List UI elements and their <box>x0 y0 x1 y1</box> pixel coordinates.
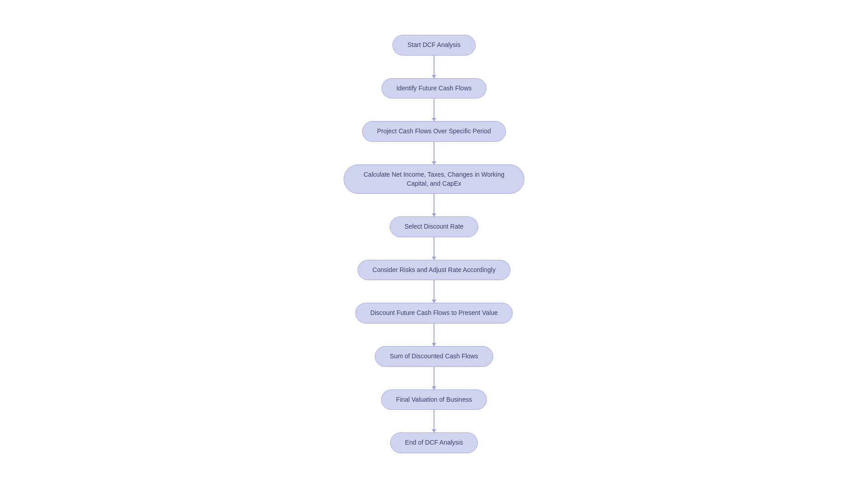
node-calculate: Calculate Net Income, Taxes, Changes in … <box>344 164 524 194</box>
node-wrapper-identify: Identify Future Cash Flows <box>382 78 487 122</box>
connector-select <box>434 237 434 260</box>
node-wrapper-project: Project Cash Flows Over Specific Period <box>362 121 506 164</box>
node-final: Final Valuation of Business <box>381 389 487 410</box>
node-consider: Consider Risks and Adjust Rate According… <box>358 260 510 281</box>
connector-start <box>434 56 434 78</box>
connector-identify <box>434 99 434 121</box>
connector-sum <box>434 367 434 389</box>
node-wrapper-start: Start DCF Analysis <box>392 35 475 78</box>
node-discount: Discount Future Cash Flows to Present Va… <box>355 303 513 324</box>
node-wrapper-sum: Sum of Discounted Cash Flows <box>375 346 493 389</box>
connector-calculate <box>434 194 434 216</box>
node-wrapper-end: End of DCF Analysis <box>390 432 478 453</box>
node-wrapper-final: Final Valuation of Business <box>381 389 487 433</box>
node-project: Project Cash Flows Over Specific Period <box>362 121 506 142</box>
node-sum: Sum of Discounted Cash Flows <box>375 346 493 367</box>
node-start: Start DCF Analysis <box>392 35 475 56</box>
node-wrapper-discount: Discount Future Cash Flows to Present Va… <box>355 303 513 346</box>
node-end: End of DCF Analysis <box>390 432 478 453</box>
node-wrapper-select: Select Discount Rate <box>390 216 479 260</box>
flowchart: Start DCF AnalysisIdentify Future Cash F… <box>344 26 524 462</box>
connector-final <box>434 410 434 432</box>
node-wrapper-calculate: Calculate Net Income, Taxes, Changes in … <box>344 164 524 216</box>
node-select: Select Discount Rate <box>390 216 479 237</box>
connector-project <box>434 142 434 164</box>
node-wrapper-consider: Consider Risks and Adjust Rate According… <box>358 260 510 303</box>
connector-discount <box>434 324 434 346</box>
connector-consider <box>434 280 434 303</box>
node-identify: Identify Future Cash Flows <box>382 78 487 99</box>
